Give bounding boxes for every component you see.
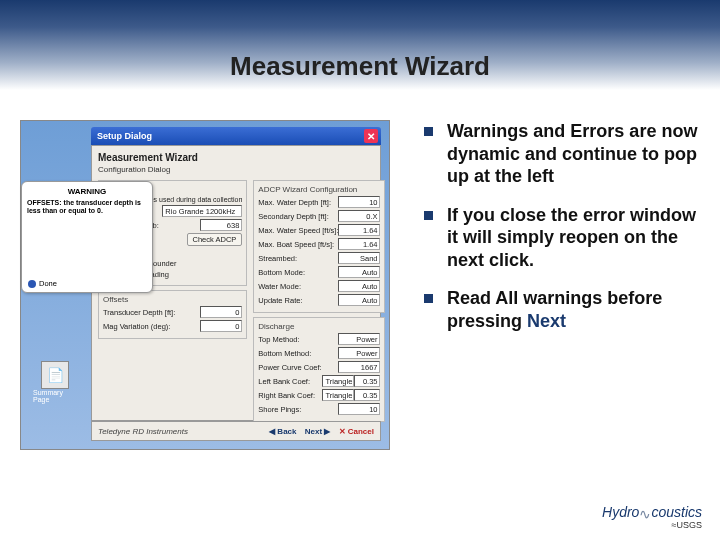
usgs-mark: ≈USGS: [602, 521, 702, 530]
offsets-group-title: Offsets: [103, 295, 242, 304]
discharge-title: Discharge: [258, 322, 380, 331]
summary-icon: 📄: [41, 361, 69, 389]
max-wspeed-input[interactable]: 1.64: [338, 224, 380, 236]
title-band: Measurement Wizard: [0, 0, 720, 90]
update-rate-select[interactable]: Auto: [338, 294, 380, 306]
warning-message: OFFSETS: the transducer depth is less th…: [27, 199, 147, 216]
offsets-group: Offsets Transducer Depth [ft]:0 Mag Vari…: [98, 290, 247, 339]
trans-depth-input[interactable]: 0: [200, 306, 242, 318]
wave-icon: ∿: [639, 507, 651, 521]
shore-pings-input[interactable]: 10: [338, 403, 380, 415]
app-screenshot: Setup Dialog ✕ Measurement Wizard Config…: [20, 120, 390, 450]
bullet-icon: [424, 294, 433, 303]
footer-brand: Teledyne RD Instruments: [98, 427, 188, 436]
cancel-button[interactable]: ✕ Cancel: [339, 427, 374, 436]
left-bank-input[interactable]: 0.35: [354, 375, 380, 387]
warning-popup: WARNING OFFSETS: the transducer depth is…: [21, 181, 153, 293]
power-coef-input[interactable]: 1667: [338, 361, 380, 373]
streambed-select[interactable]: Sand: [338, 252, 380, 264]
bullet-column: Warnings and Errors are now dynamic and …: [400, 120, 700, 450]
mag-var-input[interactable]: 0: [200, 320, 242, 332]
done-button[interactable]: Done: [28, 279, 57, 288]
bottom-mode-select[interactable]: Auto: [338, 266, 380, 278]
slide-title: Measurement Wizard: [230, 51, 490, 82]
bullet-list: Warnings and Errors are now dynamic and …: [424, 120, 700, 332]
next-keyword: Next: [527, 311, 566, 331]
serial-input[interactable]: 638: [200, 219, 242, 231]
bullet-3: Read All warnings before pressing Next: [424, 287, 700, 332]
back-button[interactable]: ◀ Back: [269, 427, 296, 436]
slide-content: Setup Dialog ✕ Measurement Wizard Config…: [0, 90, 720, 450]
close-icon[interactable]: ✕: [364, 129, 378, 143]
adcp-wizard-group: ADCP Wizard Configuration Max. Water Dep…: [253, 180, 385, 313]
next-button[interactable]: Next ▶: [305, 427, 331, 436]
summary-page-shortcut[interactable]: 📄 Summary Page: [33, 361, 77, 413]
bullet-1: Warnings and Errors are now dynamic and …: [424, 120, 700, 188]
bullet-2: If you close the error window it will si…: [424, 204, 700, 272]
adcp-wizard-title: ADCP Wizard Configuration: [258, 185, 380, 194]
adcp-select[interactable]: Rio Grande 1200kHz: [162, 205, 242, 217]
window-titlebar: Setup Dialog ✕: [91, 127, 381, 145]
max-depth-input[interactable]: 10: [338, 196, 380, 208]
discharge-group: Discharge Top Method:Power Bottom Method…: [253, 317, 385, 422]
water-mode-select[interactable]: Auto: [338, 280, 380, 292]
screenshot-column: Setup Dialog ✕ Measurement Wizard Config…: [20, 120, 400, 450]
bullet-icon: [424, 127, 433, 136]
right-bank-input[interactable]: 0.35: [354, 389, 380, 401]
warning-title: WARNING: [27, 187, 147, 196]
bottom-method-select[interactable]: Power: [338, 347, 380, 359]
top-method-select[interactable]: Power: [338, 333, 380, 345]
bullet-icon: [424, 211, 433, 220]
done-dot-icon: [28, 280, 36, 288]
panel-subtitle: Configuration Dialog: [98, 165, 374, 174]
max-bspeed-input[interactable]: 1.64: [338, 238, 380, 250]
window-title-text: Setup Dialog: [97, 131, 152, 141]
wizard-footer: Teledyne RD Instruments ◀ Back Next ▶ ✕ …: [91, 421, 381, 441]
check-adcp-button[interactable]: Check ADCP: [187, 233, 243, 246]
footer-logo: Hydro∿coustics ≈USGS: [602, 505, 702, 530]
sec-depth-input[interactable]: 0.X: [338, 210, 380, 222]
panel-title: Measurement Wizard: [98, 152, 374, 163]
